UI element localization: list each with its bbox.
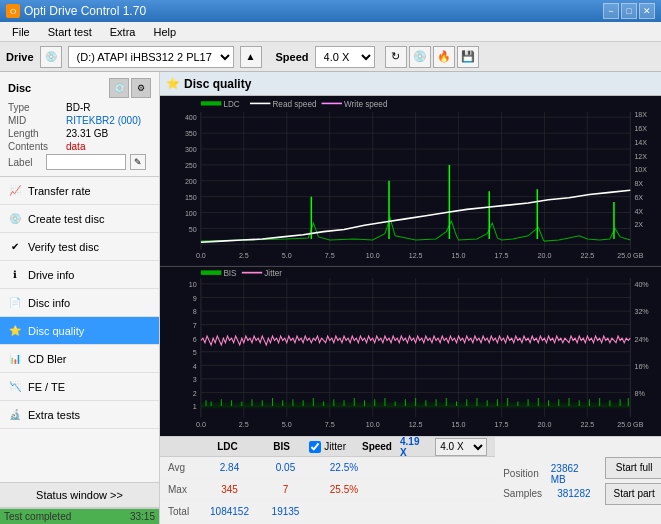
menu-extra[interactable]: Extra bbox=[102, 24, 144, 40]
max-bis: 7 bbox=[263, 484, 308, 495]
stats-header: LDC BIS Jitter Speed 4.19 X 4.0 X bbox=[160, 437, 495, 457]
disc-panel-label: Disc bbox=[8, 82, 31, 94]
menu-start-test[interactable]: Start test bbox=[40, 24, 100, 40]
save-button[interactable]: 💾 bbox=[457, 46, 479, 68]
app-title: Opti Drive Control 1.70 bbox=[24, 4, 146, 18]
disc-btn1[interactable]: 💿 bbox=[109, 78, 129, 98]
svg-text:10: 10 bbox=[189, 279, 197, 288]
menu-help[interactable]: Help bbox=[145, 24, 184, 40]
nav-extra-tests[interactable]: 🔬 Extra tests bbox=[0, 401, 159, 429]
transfer-rate-icon: 📈 bbox=[8, 184, 22, 198]
svg-text:14X: 14X bbox=[634, 138, 647, 147]
nav-cd-bler[interactable]: 📊 CD Bler bbox=[0, 345, 159, 373]
svg-text:150: 150 bbox=[185, 193, 197, 202]
start-full-button[interactable]: Start full bbox=[605, 457, 661, 479]
nav-disc-quality-label: Disc quality bbox=[28, 325, 84, 337]
svg-rect-153 bbox=[201, 270, 221, 275]
contents-key: Contents bbox=[8, 141, 66, 152]
maximize-button[interactable]: □ bbox=[621, 3, 637, 19]
svg-text:16%: 16% bbox=[634, 361, 649, 370]
svg-text:17.5: 17.5 bbox=[495, 420, 509, 429]
eject-button[interactable]: ▲ bbox=[240, 46, 262, 68]
chart-header: ⭐ Disc quality bbox=[160, 72, 661, 96]
total-bis: 19135 bbox=[263, 506, 308, 517]
svg-text:1: 1 bbox=[193, 402, 197, 411]
svg-text:22.5: 22.5 bbox=[580, 420, 594, 429]
samples-value: 381282 bbox=[557, 488, 590, 499]
svg-text:9: 9 bbox=[193, 293, 197, 302]
svg-text:12.5: 12.5 bbox=[409, 420, 423, 429]
nav-create-test-disc[interactable]: 💿 Create test disc bbox=[0, 205, 159, 233]
burn-button[interactable]: 🔥 bbox=[433, 46, 455, 68]
svg-text:7.5: 7.5 bbox=[325, 251, 335, 260]
drive-label: Drive bbox=[6, 51, 34, 63]
avg-bis: 0.05 bbox=[263, 462, 308, 473]
speed-value-stats: 4.19 X bbox=[400, 436, 427, 458]
avg-ldc: 2.84 bbox=[202, 462, 257, 473]
svg-text:0.0: 0.0 bbox=[196, 251, 206, 260]
svg-text:8%: 8% bbox=[634, 388, 645, 397]
label-apply-btn[interactable]: ✎ bbox=[130, 154, 146, 170]
speed-label: Speed bbox=[276, 51, 309, 63]
time-text: 33:15 bbox=[130, 511, 155, 522]
speed-select[interactable]: 4.0 X bbox=[315, 46, 375, 68]
svg-text:8X: 8X bbox=[634, 179, 643, 188]
position-section: Position 23862 MB Samples 381282 bbox=[495, 437, 598, 524]
svg-text:7: 7 bbox=[193, 320, 197, 329]
length-value: 23.31 GB bbox=[66, 128, 108, 139]
svg-text:20.0: 20.0 bbox=[537, 420, 551, 429]
position-value: 23862 MB bbox=[551, 463, 591, 485]
stats-speed-select[interactable]: 4.0 X bbox=[435, 438, 487, 456]
svg-text:18X: 18X bbox=[634, 110, 647, 119]
svg-text:4X: 4X bbox=[634, 206, 643, 215]
drive-icon-button[interactable]: 💿 bbox=[40, 46, 62, 68]
close-button[interactable]: ✕ bbox=[639, 3, 655, 19]
total-ldc: 1084152 bbox=[202, 506, 257, 517]
nav-disc-quality[interactable]: ⭐ Disc quality bbox=[0, 317, 159, 345]
nav-extra-tests-label: Extra tests bbox=[28, 409, 80, 421]
svg-text:25.0 GB: 25.0 GB bbox=[617, 420, 643, 429]
chart-area: ⭐ Disc quality bbox=[160, 72, 661, 524]
status-window-btn[interactable]: Status window >> bbox=[0, 482, 159, 508]
nav-transfer-rate[interactable]: 📈 Transfer rate bbox=[0, 177, 159, 205]
svg-text:LDC: LDC bbox=[223, 98, 239, 108]
col-header-ldc: LDC bbox=[201, 441, 254, 452]
svg-text:5: 5 bbox=[193, 347, 197, 356]
mid-key: MID bbox=[8, 115, 66, 126]
refresh-button[interactable]: ↻ bbox=[385, 46, 407, 68]
jitter-check[interactable]: Jitter bbox=[309, 441, 346, 453]
svg-text:0.0: 0.0 bbox=[196, 420, 206, 429]
type-value: BD-R bbox=[66, 102, 90, 113]
minimize-button[interactable]: − bbox=[603, 3, 619, 19]
nav-drive-info[interactable]: ℹ Drive info bbox=[0, 261, 159, 289]
type-key: Type bbox=[8, 102, 66, 113]
disc-info-icon: 📄 bbox=[8, 296, 22, 310]
svg-text:2: 2 bbox=[193, 388, 197, 397]
nav-transfer-rate-label: Transfer rate bbox=[28, 185, 91, 197]
svg-text:20.0: 20.0 bbox=[537, 251, 551, 260]
start-part-button[interactable]: Start part bbox=[605, 483, 661, 505]
drive-bar: Drive 💿 (D:) ATAPI iHBS312 2 PL17 ▲ Spee… bbox=[0, 42, 661, 72]
svg-text:2.5: 2.5 bbox=[239, 251, 249, 260]
length-key: Length bbox=[8, 128, 66, 139]
nav-verify-test-disc[interactable]: ✔ Verify test disc bbox=[0, 233, 159, 261]
label-key: Label bbox=[8, 157, 42, 168]
svg-text:16X: 16X bbox=[634, 124, 647, 133]
nav-disc-info[interactable]: 📄 Disc info bbox=[0, 289, 159, 317]
avg-jitter: 22.5% bbox=[314, 462, 374, 473]
svg-text:12.5: 12.5 bbox=[409, 251, 423, 260]
nav-fe-te-label: FE / TE bbox=[28, 381, 65, 393]
max-jitter: 25.5% bbox=[314, 484, 374, 495]
jitter-checkbox[interactable] bbox=[309, 441, 321, 453]
cd-bler-icon: 📊 bbox=[8, 352, 22, 366]
svg-text:BIS: BIS bbox=[223, 267, 236, 277]
label-input[interactable] bbox=[46, 154, 126, 170]
drive-select[interactable]: (D:) ATAPI iHBS312 2 PL17 bbox=[68, 46, 234, 68]
disc-btn2[interactable]: ⚙ bbox=[131, 78, 151, 98]
menu-file[interactable]: File bbox=[4, 24, 38, 40]
nav-fe-te[interactable]: 📉 FE / TE bbox=[0, 373, 159, 401]
svg-text:8: 8 bbox=[193, 307, 197, 316]
svg-text:32%: 32% bbox=[634, 307, 649, 316]
media-button[interactable]: 💿 bbox=[409, 46, 431, 68]
stats-row-max: Max 345 7 25.5% bbox=[160, 479, 495, 501]
